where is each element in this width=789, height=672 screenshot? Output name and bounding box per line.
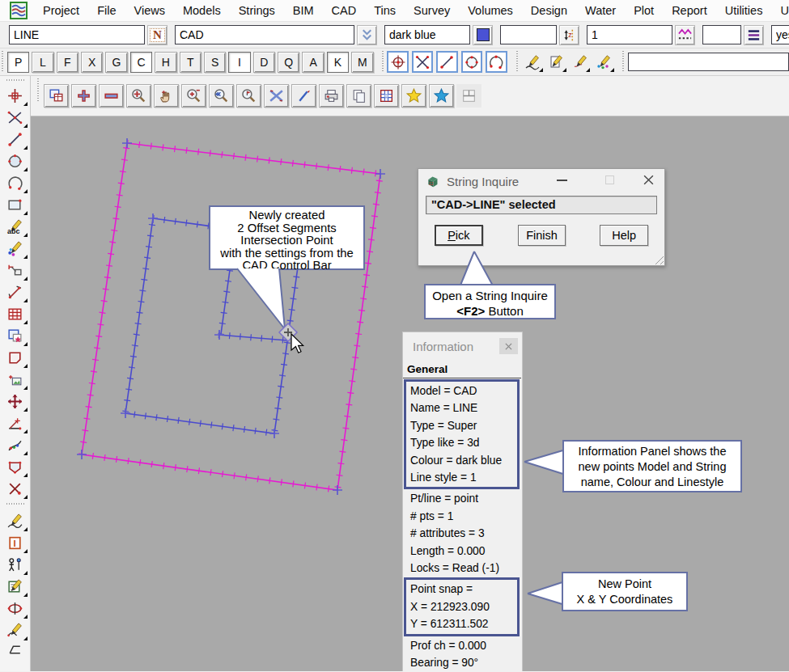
- arc-snap-toggle[interactable]: [486, 51, 507, 73]
- snap-letter-S[interactable]: S: [204, 52, 226, 73]
- redraw-button[interactable]: [291, 84, 316, 108]
- menu-survey[interactable]: Survey: [405, 4, 459, 17]
- help-button[interactable]: Help: [600, 225, 648, 246]
- pane-widget-button[interactable]: [456, 84, 481, 108]
- information-tool[interactable]: I: [2, 532, 28, 554]
- menu-utilities[interactable]: Utilities: [716, 4, 772, 17]
- height-z-button[interactable]: z: [559, 25, 579, 45]
- string-name-input[interactable]: [9, 25, 145, 44]
- cad-text-input[interactable]: [628, 53, 789, 71]
- menu-report[interactable]: Report: [663, 4, 716, 17]
- menu-volumes[interactable]: Volumes: [459, 4, 522, 17]
- menu-models[interactable]: Models: [174, 4, 230, 17]
- delete-point-tool[interactable]: [2, 478, 28, 500]
- partial-tool[interactable]: [2, 641, 28, 656]
- left-toolbar-grip[interactable]: [6, 79, 24, 83]
- point-snap-toggle[interactable]: [387, 51, 408, 73]
- draw-curve-tool[interactable]: [2, 619, 28, 641]
- create-symbol-tool[interactable]: [2, 238, 28, 260]
- snap-letter-L[interactable]: L: [32, 52, 53, 73]
- snap-letter-C[interactable]: C: [130, 52, 152, 73]
- snap-letter-A[interactable]: A: [302, 52, 324, 73]
- snap-letter-Q[interactable]: Q: [278, 52, 299, 73]
- colour-swatch-button[interactable]: [473, 25, 493, 45]
- menu-bim[interactable]: BIM: [284, 4, 323, 17]
- view-toolbar-grip[interactable]: [36, 78, 40, 103]
- zoom-plus-minus-button[interactable]: [181, 84, 206, 108]
- zoom-extents-button[interactable]: [126, 84, 151, 108]
- pan-button[interactable]: [154, 84, 179, 108]
- menu-water[interactable]: Water: [576, 4, 625, 17]
- linestyle-input[interactable]: [587, 25, 672, 44]
- create-circle-tool[interactable]: [2, 150, 28, 172]
- menu-file[interactable]: File: [88, 4, 125, 17]
- left-toolbar-grip-2[interactable]: [6, 503, 24, 507]
- menu-views[interactable]: Views: [125, 4, 174, 17]
- move-tool[interactable]: [2, 391, 28, 412]
- finish-button[interactable]: Finish: [518, 225, 566, 246]
- draw-page-tool[interactable]: [545, 51, 567, 73]
- window-copy-tool[interactable]: [2, 325, 28, 347]
- snap-group-grip[interactable]: [381, 51, 385, 73]
- create-point-tool[interactable]: [2, 85, 28, 107]
- draw-symbol-tool[interactable]: [592, 51, 614, 73]
- favourites-yellow-button[interactable]: [401, 84, 426, 108]
- colour-input[interactable]: [384, 25, 470, 44]
- menu-user[interactable]: User: [771, 4, 789, 17]
- create-cross-tool[interactable]: [2, 107, 28, 129]
- extend-point-tool[interactable]: [2, 412, 28, 434]
- snap-letter-D[interactable]: D: [253, 52, 275, 73]
- favourites-blue-button[interactable]: [429, 84, 454, 108]
- tinability-input[interactable]: [771, 25, 789, 44]
- snap-letter-K[interactable]: K: [327, 52, 349, 73]
- menu-tins[interactable]: Tins: [365, 4, 405, 17]
- edit-note-tool[interactable]: [2, 576, 28, 598]
- snap-letter-T[interactable]: T: [180, 52, 201, 73]
- weight-chooser-button[interactable]: [744, 25, 764, 45]
- create-text-tool[interactable]: abc: [2, 216, 28, 238]
- maximize-icon[interactable]: [605, 175, 614, 184]
- snap-letter-P[interactable]: P: [7, 52, 29, 73]
- minimize-icon[interactable]: [557, 180, 567, 181]
- information-close-icon[interactable]: [499, 338, 518, 354]
- draw-segment-tool[interactable]: [569, 51, 591, 73]
- create-arc-tool[interactable]: [2, 172, 28, 194]
- pick-button[interactable]: Pick: [435, 225, 483, 246]
- menu-plot[interactable]: Plot: [625, 4, 663, 17]
- model-input[interactable]: [175, 25, 354, 44]
- zoom-out-button[interactable]: [99, 84, 124, 108]
- grid-view-button[interactable]: [374, 84, 399, 108]
- freehand-draw-tool[interactable]: [2, 510, 28, 532]
- resize-grip[interactable]: [653, 254, 664, 264]
- name-picker-button[interactable]: N: [147, 25, 168, 45]
- string-inquire-titlebar[interactable]: 12 String Inquire: [418, 169, 664, 194]
- snap-letter-H[interactable]: H: [155, 52, 176, 73]
- zoom-in-button[interactable]: [71, 84, 96, 108]
- create-polygon-tool[interactable]: [2, 347, 28, 369]
- line-snap-toggle[interactable]: [436, 51, 457, 73]
- plan-view-canvas[interactable]: 12 String Inquire "CAD->LINE" selected P…: [31, 116, 789, 671]
- snap-letter-I[interactable]: I: [228, 52, 250, 73]
- create-rectangle-tool[interactable]: [2, 194, 28, 216]
- zoom-mode-button[interactable]: [236, 84, 261, 108]
- snap-letter-M[interactable]: M: [351, 52, 373, 73]
- snap-letter-G[interactable]: G: [105, 52, 127, 73]
- draw-string-tool[interactable]: [521, 51, 543, 73]
- pencil-group-grip[interactable]: [515, 51, 520, 73]
- zoom-previous-button[interactable]: [209, 84, 234, 108]
- insert-image-tool[interactable]: [2, 369, 28, 391]
- menu-design[interactable]: Design: [522, 4, 576, 17]
- circle-snap-toggle[interactable]: [461, 51, 482, 73]
- menu-project[interactable]: Project: [34, 4, 88, 17]
- snap-toolbar-grip[interactable]: [1, 51, 5, 73]
- input-grip[interactable]: [621, 51, 626, 73]
- create-grid-tool[interactable]: [2, 303, 28, 325]
- surveyor-tool[interactable]: [2, 554, 28, 576]
- weight-input[interactable]: [702, 25, 741, 44]
- new-view-button[interactable]: [44, 84, 69, 108]
- plot-button[interactable]: [319, 84, 344, 108]
- flip-tool[interactable]: [2, 598, 28, 619]
- colour-line-tool[interactable]: [2, 434, 28, 456]
- copy-view-button[interactable]: [346, 84, 371, 108]
- cross-snap-toggle[interactable]: [412, 51, 433, 73]
